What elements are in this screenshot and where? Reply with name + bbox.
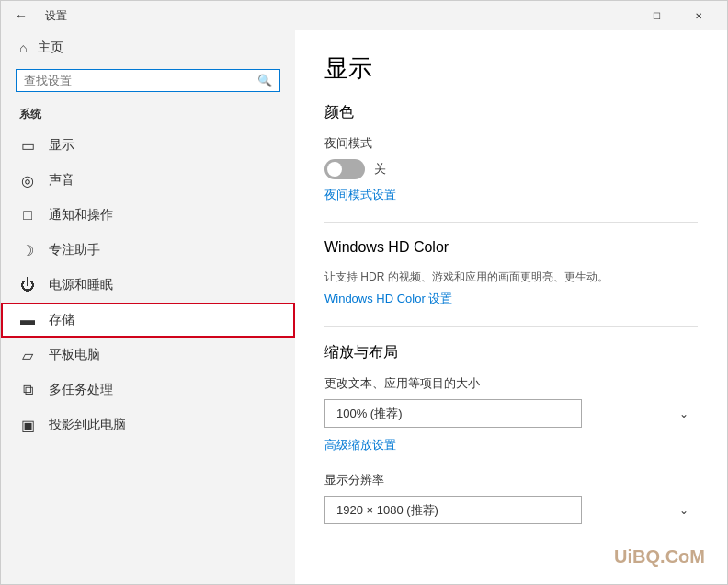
display-icon: ▭	[19, 137, 36, 154]
storage-label: 存储	[49, 312, 74, 328]
close-button[interactable]: ✕	[677, 1, 720, 30]
sidebar-item-focus[interactable]: ☽ 专注助手	[1, 233, 295, 268]
sidebar-item-storage[interactable]: ▬ 存储	[1, 303, 295, 338]
display-label: 显示	[49, 137, 74, 154]
scale-label: 更改文本、应用等项目的大小	[324, 375, 698, 392]
scale-dropdown-wrapper: 100% (推荐)125%150%175% ⌄	[324, 399, 698, 428]
resolution-dropdown-wrapper: 1920 × 1080 (推荐)1280 × 7201024 × 768 ⌄	[324, 496, 698, 524]
sidebar-item-multitask[interactable]: ⧉ 多任务处理	[1, 373, 295, 407]
back-button[interactable]: ←	[8, 3, 34, 29]
resolution-label: 显示分辨率	[324, 472, 698, 488]
watermark: UiBQ.CoM	[614, 546, 705, 568]
home-icon: ⌂	[19, 40, 27, 55]
sidebar-item-notify[interactable]: □ 通知和操作	[1, 198, 295, 233]
scale-dropdown-arrow: ⌄	[679, 407, 688, 420]
power-label: 电源和睡眠	[49, 277, 113, 293]
page-title: 显示	[324, 52, 698, 85]
color-section-title: 颜色	[324, 103, 698, 122]
project-label: 投影到此电脑	[49, 417, 126, 433]
title-bar: ← 设置 — ☐ ✕	[1, 1, 727, 30]
main-content: 显示 颜色 夜间模式 关 夜间模式设置 Windows HD Color 让支持…	[295, 30, 727, 584]
minimize-button[interactable]: —	[593, 1, 635, 30]
layout-section-title: 缩放与布局	[324, 343, 698, 362]
divider-2	[324, 326, 698, 327]
storage-icon: ▬	[19, 312, 36, 328]
sidebar-section-label: 系统	[1, 103, 295, 128]
hd-color-section-title: Windows HD Color	[324, 239, 698, 256]
night-mode-state: 关	[374, 161, 386, 178]
sound-label: 声音	[49, 172, 74, 189]
divider-1	[324, 222, 698, 223]
sidebar-nav: ▭ 显示 ◎ 声音 □ 通知和操作 ☽ 专注助手 ⏻ 电源和睡眠 ▬ 存储 ▱ …	[1, 128, 295, 442]
resolution-dropdown-arrow: ⌄	[679, 504, 688, 517]
app-body: ⌂ 主页 🔍 系统 ▭ 显示 ◎ 声音 □ 通知和操作 ☽ 专注助手 ⏻ 电源和…	[1, 30, 727, 584]
resolution-dropdown[interactable]: 1920 × 1080 (推荐)1280 × 7201024 × 768	[324, 496, 582, 524]
sound-icon: ◎	[19, 172, 36, 189]
sidebar-item-project[interactable]: ▣ 投影到此电脑	[1, 407, 295, 442]
multitask-label: 多任务处理	[49, 382, 113, 398]
tablet-icon: ▱	[19, 347, 36, 363]
night-mode-settings-link[interactable]: 夜间模式设置	[324, 187, 698, 203]
advanced-scale-link[interactable]: 高级缩放设置	[324, 437, 698, 453]
sidebar-item-sound[interactable]: ◎ 声音	[1, 163, 295, 198]
sidebar-item-tablet[interactable]: ▱ 平板电脑	[1, 338, 295, 373]
night-mode-toggle[interactable]	[324, 159, 365, 179]
window-title: 设置	[45, 8, 67, 24]
sidebar-home-item[interactable]: ⌂ 主页	[1, 30, 295, 65]
night-mode-label: 夜间模式	[324, 135, 698, 152]
notify-icon: □	[19, 207, 36, 224]
project-icon: ▣	[19, 417, 36, 433]
focus-label: 专注助手	[49, 242, 100, 258]
sidebar-search-box[interactable]: 🔍	[16, 69, 280, 92]
sidebar-item-display[interactable]: ▭ 显示	[1, 128, 295, 163]
search-icon: 🔍	[257, 74, 272, 87]
search-input[interactable]	[24, 74, 257, 87]
multitask-icon: ⧉	[19, 382, 36, 398]
power-icon: ⏻	[19, 277, 36, 293]
hd-color-settings-link[interactable]: Windows HD Color 设置	[324, 291, 698, 307]
night-mode-toggle-row: 关	[324, 159, 698, 179]
sidebar: ⌂ 主页 🔍 系统 ▭ 显示 ◎ 声音 □ 通知和操作 ☽ 专注助手 ⏻ 电源和…	[1, 30, 295, 584]
tablet-label: 平板电脑	[49, 347, 100, 363]
toggle-thumb	[327, 162, 342, 177]
window-controls: — ☐ ✕	[593, 1, 720, 30]
notify-label: 通知和操作	[49, 207, 113, 224]
sidebar-item-power[interactable]: ⏻ 电源和睡眠	[1, 268, 295, 303]
scale-dropdown[interactable]: 100% (推荐)125%150%175%	[324, 399, 582, 428]
sidebar-home-label: 主页	[38, 40, 63, 56]
hd-color-description: 让支持 HDR 的视频、游戏和应用的画面更明亮、更生动。	[324, 269, 698, 285]
maximize-button[interactable]: ☐	[635, 1, 677, 30]
focus-icon: ☽	[19, 242, 36, 258]
